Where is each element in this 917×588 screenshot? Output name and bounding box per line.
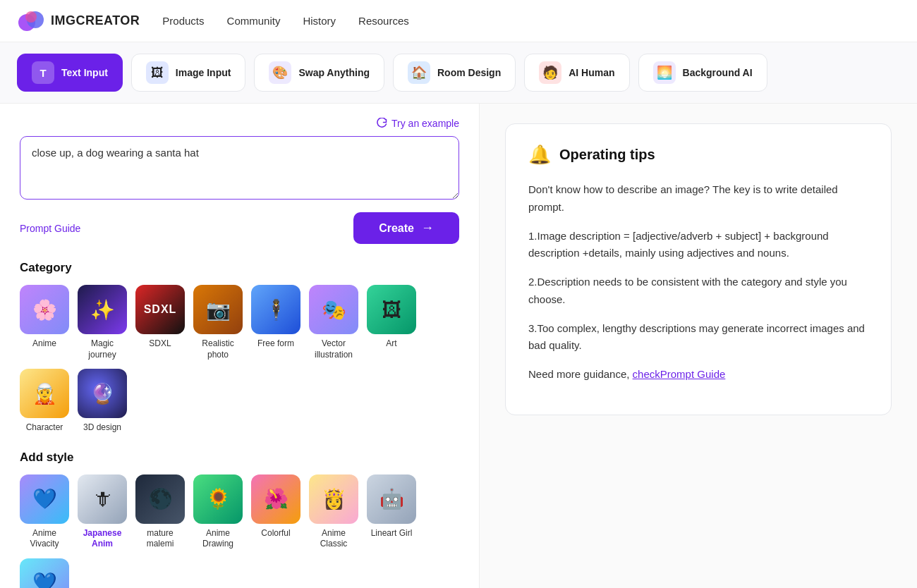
tab-background-ai-label: Background AI bbox=[683, 67, 753, 79]
prompt-guide-tips-link[interactable]: checkPrompt Guide bbox=[633, 368, 726, 380]
image-input-icon: 🖼 bbox=[146, 61, 169, 84]
category-item-character[interactable]: 🧝 Character bbox=[20, 369, 69, 434]
style-thumb-anime-classic: 👸 bbox=[309, 474, 358, 524]
prompt-textarea[interactable]: close up, a dog wearing a santa hat bbox=[20, 136, 459, 200]
try-example-row: Try an example bbox=[20, 118, 459, 129]
tab-room-design[interactable]: 🏠 Room Design bbox=[393, 54, 516, 92]
category-item-art[interactable]: 🖼 Art bbox=[367, 285, 416, 360]
category-thumb-freeform: 🕴 bbox=[251, 285, 300, 334]
style-thumb-colorful: 🌺 bbox=[251, 474, 300, 524]
tips-para-4: Need more guidance, checkPrompt Guide bbox=[528, 366, 868, 384]
logo-text: IMGCREATOR bbox=[51, 13, 140, 28]
tab-ai-human[interactable]: 🧑 AI Human bbox=[524, 54, 629, 92]
tab-swap-anything-label: Swap Anything bbox=[298, 67, 370, 79]
category-item-realistic[interactable]: 📷 Realistic photo bbox=[193, 285, 243, 360]
style-thumb-anime-drawing: 🌻 bbox=[193, 474, 243, 524]
category-label-art: Art bbox=[386, 338, 396, 350]
tab-ai-human-label: AI Human bbox=[569, 67, 614, 79]
create-arrow-icon: → bbox=[421, 221, 434, 235]
create-button[interactable]: Create → bbox=[353, 212, 459, 244]
tips-para-3: 3.Too complex, lengthy descriptions may … bbox=[528, 320, 868, 355]
category-label-vector: Vector illustration bbox=[309, 338, 358, 360]
nav-resources[interactable]: Resources bbox=[358, 15, 409, 27]
category-thumb-realistic: 📷 bbox=[193, 285, 243, 334]
main-content: Try an example close up, a dog wearing a… bbox=[0, 104, 917, 588]
category-title: Category bbox=[20, 261, 459, 275]
tips-body: Don't know how to describe an image? The… bbox=[528, 181, 868, 384]
style-thumb-anime-vivacity: 💙 bbox=[20, 474, 69, 524]
nav-community[interactable]: Community bbox=[227, 15, 281, 27]
style-item-japanese[interactable]: 🗡 Japanese Anim bbox=[78, 474, 127, 550]
logo[interactable]: IMGCREATOR bbox=[17, 7, 140, 35]
style-grid: 💙 Anime Vivacity 🗡 Japanese Anim 🌑 matur… bbox=[20, 474, 459, 588]
tab-background-ai[interactable]: 🌅 Background AI bbox=[638, 54, 767, 92]
category-item-vector[interactable]: 🎭 Vector illustration bbox=[309, 285, 358, 360]
prompt-actions-row: Prompt Guide Create → bbox=[20, 212, 459, 244]
style-label-japanese: Japanese Anim bbox=[78, 528, 127, 550]
style-thumb-japanese: 🗡 bbox=[78, 474, 127, 524]
style-thumb-mature: 🌑 bbox=[135, 474, 185, 524]
header: IMGCREATOR Products Community History Re… bbox=[0, 0, 917, 42]
tab-text-input[interactable]: T Text Input bbox=[17, 54, 123, 92]
category-item-freeform[interactable]: 🕴 Free form bbox=[251, 285, 300, 360]
tips-para-1: 1.Image description = [adjective/adverb … bbox=[528, 228, 868, 263]
swap-anything-icon: 🎨 bbox=[269, 61, 291, 84]
category-thumb-character: 🧝 bbox=[20, 369, 69, 418]
background-ai-icon: 🌅 bbox=[653, 61, 676, 84]
tips-para-2: 2.Description needs to be consistent wit… bbox=[528, 274, 868, 309]
tips-title: Operating tips bbox=[559, 147, 655, 163]
svg-point-2 bbox=[25, 11, 37, 23]
prompt-guide-link[interactable]: Prompt Guide bbox=[20, 223, 80, 234]
tips-header: 🔔 Operating tips bbox=[528, 144, 868, 166]
style-thumb-lineart: 🤖 bbox=[367, 474, 416, 524]
style-label-anime-classic: Anime Classic bbox=[309, 528, 358, 550]
style-item-kawaii[interactable]: 💙 Kawaii mix Girl bbox=[20, 558, 69, 588]
room-design-icon: 🏠 bbox=[408, 61, 430, 84]
category-thumb-sdxl: SDXL bbox=[135, 285, 185, 334]
category-label-character: Character bbox=[26, 422, 63, 434]
tab-swap-anything[interactable]: 🎨 Swap Anything bbox=[254, 54, 384, 92]
tab-text-input-label: Text Input bbox=[61, 67, 108, 79]
add-style-title: Add style bbox=[20, 451, 459, 465]
tab-image-input[interactable]: 🖼 Image Input bbox=[131, 54, 246, 92]
tips-para-0: Don't know how to describe an image? The… bbox=[528, 181, 868, 216]
nav-products[interactable]: Products bbox=[162, 15, 204, 27]
category-grid: 🌸 Anime ✨ Magic journey SDXL SDXL 📷 bbox=[20, 285, 459, 434]
category-item-3d[interactable]: 🔮 3D design bbox=[78, 369, 127, 434]
category-label-sdxl: SDXL bbox=[149, 338, 171, 350]
category-thumb-3d: 🔮 bbox=[78, 369, 127, 418]
category-thumb-magic: ✨ bbox=[78, 285, 127, 334]
style-item-anime-vivacity[interactable]: 💙 Anime Vivacity bbox=[20, 474, 69, 550]
category-item-magic-journey[interactable]: ✨ Magic journey bbox=[78, 285, 127, 360]
style-item-mature[interactable]: 🌑 mature malemi bbox=[135, 474, 185, 550]
ai-human-icon: 🧑 bbox=[539, 61, 561, 84]
style-item-anime-classic[interactable]: 👸 Anime Classic bbox=[309, 474, 358, 550]
nav-history[interactable]: History bbox=[303, 15, 336, 27]
tips-box: 🔔 Operating tips Don't know how to descr… bbox=[505, 123, 892, 415]
category-thumb-art: 🖼 bbox=[367, 285, 416, 334]
main-nav: Products Community History Resources bbox=[162, 15, 408, 27]
style-item-anime-drawing[interactable]: 🌻 Anime Drawing bbox=[193, 474, 243, 550]
category-label-anime: Anime bbox=[32, 338, 56, 350]
text-input-icon: T bbox=[32, 61, 54, 84]
style-item-lineart[interactable]: 🤖 Lineart Girl bbox=[367, 474, 416, 550]
category-item-anime[interactable]: 🌸 Anime bbox=[20, 285, 69, 360]
category-thumb-vector: 🎭 bbox=[309, 285, 358, 334]
style-item-colorful[interactable]: 🌺 Colorful bbox=[251, 474, 300, 550]
tab-room-design-label: Room Design bbox=[437, 67, 501, 79]
style-label-colorful: Colorful bbox=[261, 528, 290, 539]
sdxl-text: SDXL bbox=[144, 303, 177, 316]
style-label-lineart: Lineart Girl bbox=[371, 528, 413, 539]
tab-image-input-label: Image Input bbox=[176, 67, 231, 79]
category-thumb-anime: 🌸 bbox=[20, 285, 69, 334]
category-item-sdxl[interactable]: SDXL SDXL bbox=[135, 285, 185, 360]
category-label-freeform: Free form bbox=[257, 338, 294, 350]
style-label-mature: mature malemi bbox=[135, 528, 185, 550]
try-example-button[interactable]: Try an example bbox=[376, 118, 459, 129]
category-label-3d: 3D design bbox=[83, 422, 121, 434]
bell-icon: 🔔 bbox=[528, 144, 551, 166]
category-label-magic: Magic journey bbox=[78, 338, 127, 360]
style-thumb-kawaii: 💙 bbox=[20, 558, 69, 588]
right-panel: 🔔 Operating tips Don't know how to descr… bbox=[480, 104, 917, 588]
logo-icon bbox=[17, 7, 45, 35]
